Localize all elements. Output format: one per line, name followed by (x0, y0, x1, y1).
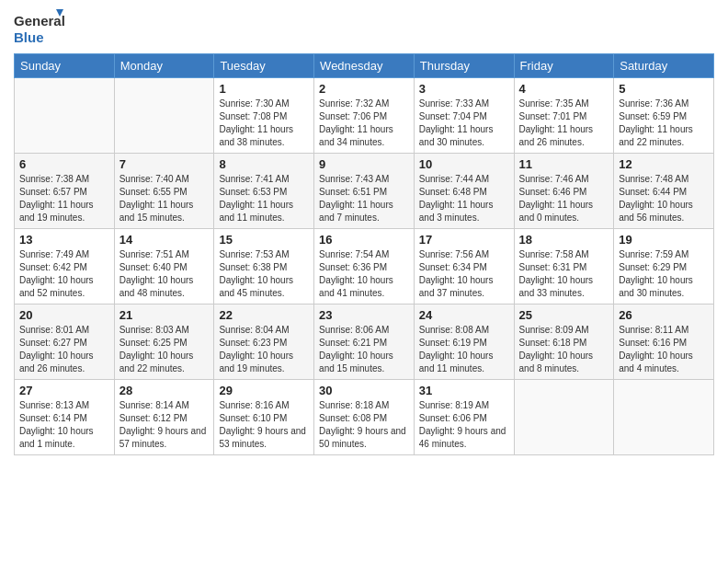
calendar-cell: 31Sunrise: 8:19 AM Sunset: 6:06 PM Dayli… (414, 380, 514, 455)
day-number: 29 (219, 384, 309, 397)
day-info: Sunrise: 8:01 AM Sunset: 6:27 PM Dayligh… (19, 324, 109, 375)
day-info: Sunrise: 8:04 AM Sunset: 6:23 PM Dayligh… (219, 324, 309, 375)
day-number: 11 (519, 157, 609, 171)
day-info: Sunrise: 7:41 AM Sunset: 6:53 PM Dayligh… (219, 173, 309, 224)
day-number: 18 (519, 233, 609, 247)
day-info: Sunrise: 7:35 AM Sunset: 7:01 PM Dayligh… (519, 98, 609, 149)
day-info: Sunrise: 7:49 AM Sunset: 6:42 PM Dayligh… (19, 248, 109, 300)
calendar-cell: 3Sunrise: 7:33 AM Sunset: 7:04 PM Daylig… (414, 78, 514, 154)
calendar-week-2: 6Sunrise: 7:38 AM Sunset: 6:57 PM Daylig… (15, 154, 714, 229)
calendar-cell: 7Sunrise: 7:40 AM Sunset: 6:55 PM Daylig… (114, 154, 214, 229)
day-info: Sunrise: 8:13 AM Sunset: 6:14 PM Dayligh… (19, 399, 109, 451)
day-number: 8 (219, 157, 309, 171)
calendar-cell: 28Sunrise: 8:14 AM Sunset: 6:12 PM Dayli… (114, 380, 214, 455)
logo: GeneralBlue (14, 9, 64, 48)
day-number: 20 (19, 308, 109, 322)
day-number: 25 (519, 308, 609, 322)
day-info: Sunrise: 7:46 AM Sunset: 6:46 PM Dayligh… (519, 173, 609, 224)
calendar-cell: 13Sunrise: 7:49 AM Sunset: 6:42 PM Dayli… (15, 229, 115, 304)
day-info: Sunrise: 7:59 AM Sunset: 6:29 PM Dayligh… (619, 248, 709, 300)
day-number: 14 (119, 233, 210, 247)
calendar-week-5: 27Sunrise: 8:13 AM Sunset: 6:14 PM Dayli… (15, 380, 714, 455)
day-number: 1 (219, 82, 309, 96)
day-of-week-monday: Monday (114, 54, 214, 78)
calendar-cell: 30Sunrise: 8:18 AM Sunset: 6:08 PM Dayli… (314, 380, 415, 455)
day-info: Sunrise: 7:58 AM Sunset: 6:31 PM Dayligh… (519, 248, 609, 300)
logo-svg: GeneralBlue (14, 9, 64, 48)
calendar-cell: 27Sunrise: 8:13 AM Sunset: 6:14 PM Dayli… (15, 380, 115, 455)
calendar-cell: 1Sunrise: 7:30 AM Sunset: 7:08 PM Daylig… (214, 78, 314, 154)
day-number: 5 (619, 82, 709, 96)
day-info: Sunrise: 8:14 AM Sunset: 6:12 PM Dayligh… (119, 399, 210, 451)
calendar-cell: 24Sunrise: 8:08 AM Sunset: 6:19 PM Dayli… (414, 304, 514, 380)
day-of-week-friday: Friday (514, 54, 614, 78)
day-number: 9 (319, 157, 409, 171)
day-info: Sunrise: 8:09 AM Sunset: 6:18 PM Dayligh… (519, 324, 609, 375)
calendar-cell: 4Sunrise: 7:35 AM Sunset: 7:01 PM Daylig… (514, 78, 614, 154)
calendar-cell: 9Sunrise: 7:43 AM Sunset: 6:51 PM Daylig… (314, 154, 415, 229)
day-number: 16 (319, 233, 409, 247)
calendar-cell: 21Sunrise: 8:03 AM Sunset: 6:25 PM Dayli… (114, 304, 214, 380)
day-number: 7 (119, 157, 210, 171)
day-info: Sunrise: 7:40 AM Sunset: 6:55 PM Dayligh… (119, 173, 210, 224)
calendar-cell: 26Sunrise: 8:11 AM Sunset: 6:16 PM Dayli… (614, 304, 714, 380)
day-number: 23 (319, 308, 409, 322)
day-number: 30 (319, 384, 409, 397)
calendar-cell: 20Sunrise: 8:01 AM Sunset: 6:27 PM Dayli… (15, 304, 115, 380)
day-number: 10 (419, 157, 509, 171)
calendar-cell: 18Sunrise: 7:58 AM Sunset: 6:31 PM Dayli… (514, 229, 614, 304)
day-info: Sunrise: 8:06 AM Sunset: 6:21 PM Dayligh… (319, 324, 409, 375)
calendar-cell (15, 78, 115, 154)
day-number: 31 (419, 384, 509, 397)
calendar-cell: 17Sunrise: 7:56 AM Sunset: 6:34 PM Dayli… (414, 229, 514, 304)
day-of-week-wednesday: Wednesday (314, 54, 415, 78)
calendar-cell: 16Sunrise: 7:54 AM Sunset: 6:36 PM Dayli… (314, 229, 415, 304)
day-info: Sunrise: 7:30 AM Sunset: 7:08 PM Dayligh… (219, 98, 309, 149)
header: GeneralBlue (14, 9, 714, 48)
svg-text:General: General (14, 13, 64, 29)
calendar-cell: 25Sunrise: 8:09 AM Sunset: 6:18 PM Dayli… (514, 304, 614, 380)
day-info: Sunrise: 7:32 AM Sunset: 7:06 PM Dayligh… (319, 98, 409, 149)
calendar-week-4: 20Sunrise: 8:01 AM Sunset: 6:27 PM Dayli… (15, 304, 714, 380)
calendar-cell: 14Sunrise: 7:51 AM Sunset: 6:40 PM Dayli… (114, 229, 214, 304)
day-number: 2 (319, 82, 409, 96)
day-number: 12 (619, 157, 709, 171)
day-number: 21 (119, 308, 210, 322)
day-number: 28 (119, 384, 210, 397)
day-info: Sunrise: 8:11 AM Sunset: 6:16 PM Dayligh… (619, 324, 709, 375)
day-number: 6 (19, 157, 109, 171)
day-info: Sunrise: 7:33 AM Sunset: 7:04 PM Dayligh… (419, 98, 509, 149)
day-number: 24 (419, 308, 509, 322)
calendar-header-row: SundayMondayTuesdayWednesdayThursdayFrid… (15, 54, 714, 78)
calendar-week-3: 13Sunrise: 7:49 AM Sunset: 6:42 PM Dayli… (15, 229, 714, 304)
day-number: 19 (619, 233, 709, 247)
day-info: Sunrise: 8:03 AM Sunset: 6:25 PM Dayligh… (119, 324, 210, 375)
calendar-cell: 19Sunrise: 7:59 AM Sunset: 6:29 PM Dayli… (614, 229, 714, 304)
day-info: Sunrise: 8:18 AM Sunset: 6:08 PM Dayligh… (319, 399, 409, 451)
day-number: 3 (419, 82, 509, 96)
calendar-cell: 8Sunrise: 7:41 AM Sunset: 6:53 PM Daylig… (214, 154, 314, 229)
day-info: Sunrise: 7:53 AM Sunset: 6:38 PM Dayligh… (219, 248, 309, 300)
calendar-cell: 22Sunrise: 8:04 AM Sunset: 6:23 PM Dayli… (214, 304, 314, 380)
day-info: Sunrise: 7:44 AM Sunset: 6:48 PM Dayligh… (419, 173, 509, 224)
day-info: Sunrise: 7:43 AM Sunset: 6:51 PM Dayligh… (319, 173, 409, 224)
day-info: Sunrise: 7:48 AM Sunset: 6:44 PM Dayligh… (619, 173, 709, 224)
day-of-week-saturday: Saturday (614, 54, 714, 78)
day-number: 17 (419, 233, 509, 247)
day-of-week-thursday: Thursday (414, 54, 514, 78)
calendar-cell: 2Sunrise: 7:32 AM Sunset: 7:06 PM Daylig… (314, 78, 415, 154)
day-number: 15 (219, 233, 309, 247)
day-info: Sunrise: 7:51 AM Sunset: 6:40 PM Dayligh… (119, 248, 210, 300)
calendar-cell: 10Sunrise: 7:44 AM Sunset: 6:48 PM Dayli… (414, 154, 514, 229)
day-info: Sunrise: 7:54 AM Sunset: 6:36 PM Dayligh… (319, 248, 409, 300)
calendar-cell (614, 380, 714, 455)
day-number: 13 (19, 233, 109, 247)
day-number: 22 (219, 308, 309, 322)
calendar-cell (514, 380, 614, 455)
calendar-cell: 5Sunrise: 7:36 AM Sunset: 6:59 PM Daylig… (614, 78, 714, 154)
day-of-week-sunday: Sunday (15, 54, 115, 78)
day-info: Sunrise: 7:38 AM Sunset: 6:57 PM Dayligh… (19, 173, 109, 224)
day-info: Sunrise: 8:08 AM Sunset: 6:19 PM Dayligh… (419, 324, 509, 375)
svg-text:Blue: Blue (14, 29, 44, 45)
calendar-cell: 11Sunrise: 7:46 AM Sunset: 6:46 PM Dayli… (514, 154, 614, 229)
